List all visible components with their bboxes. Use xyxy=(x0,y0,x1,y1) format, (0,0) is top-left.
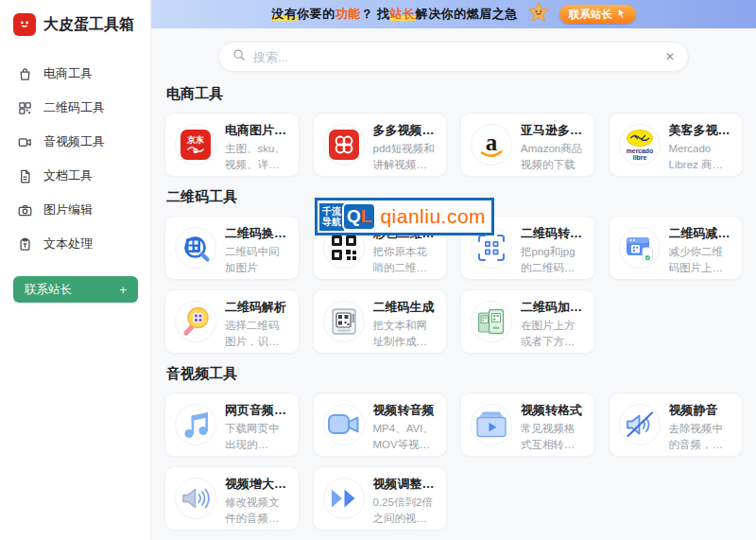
fast-forward-icon xyxy=(323,478,365,519)
banner-text-segment: 你要的 xyxy=(297,7,335,21)
tool-title: 亚马逊多视频... xyxy=(521,122,585,139)
tool-card[interactable]: 京东 电商图片视频... 主图、sku、视频、详情页图片... xyxy=(164,113,300,177)
qr-window-icon xyxy=(619,227,661,269)
tool-card[interactable]: a 亚马逊多视频... Amazon商品视频的下载 xyxy=(460,113,595,177)
tool-title: 视频增大音量 xyxy=(225,476,289,493)
tool-description: 修改视频文件的音频音量 xyxy=(225,495,289,528)
watermark-domain: qianliu.com xyxy=(380,205,486,228)
ql-logo-icon: QL xyxy=(342,202,376,231)
tool-description: 把你原本花哨的二维码图片变成黑... xyxy=(373,244,438,277)
tool-card[interactable]: 二维码生成 把文本和网址制作成二维码，可以... xyxy=(313,289,448,354)
contact-webmaster-button[interactable]: 联系站长 + xyxy=(13,276,138,303)
tool-card[interactable]: 视频增大音量 修改视频文件的音频音量 xyxy=(164,466,300,531)
sidebar-item-2[interactable]: 音视频工具 xyxy=(0,125,150,159)
tool-description: 0.25倍到2倍之间的视频速度增快... xyxy=(373,495,438,528)
svg-text:mercado: mercado xyxy=(626,148,652,154)
sidebar-item-5[interactable]: 文本处理 xyxy=(0,227,150,261)
tool-description: 在图片上方或者下方加文本 xyxy=(521,318,585,351)
qianliu-watermark[interactable]: 千流导航 QL qianliu.com xyxy=(315,198,494,235)
sidebar-item-label: 文本处理 xyxy=(43,235,93,253)
tool-card[interactable]: 视频静音 去除视频中的音频，仅保留画面 xyxy=(609,392,744,457)
tool-title: 视频静音 xyxy=(669,402,733,419)
star-icon xyxy=(527,1,550,27)
qr-magnifier-icon xyxy=(175,227,216,269)
tool-title: 二维码转svg... xyxy=(521,225,585,242)
sidebar-item-label: 电商工具 xyxy=(43,65,93,82)
cursor-hand-icon xyxy=(616,8,627,22)
pinduoduo-logo-icon xyxy=(323,124,365,165)
tool-title: 电商图片视频... xyxy=(225,122,289,139)
sidebar-item-0[interactable]: 电商工具 xyxy=(0,57,150,91)
tool-card[interactable]: 视频转格式 常见视频格式互相转换和调整帧率... xyxy=(460,392,595,457)
tool-card[interactable]: 网页音频文件... 下载网页中出现的mp3、wav、aa... xyxy=(164,392,300,457)
plus-icon: + xyxy=(119,283,127,297)
tool-description: 二维码中间加图片 xyxy=(225,244,289,277)
mercado-libre-logo-icon: mercadolibre xyxy=(619,124,661,165)
section-title: 音视频工具 xyxy=(166,365,743,383)
tool-title: 二维码换logo xyxy=(225,225,289,242)
tool-grid: 网页音频文件... 下载网页中出现的mp3、wav、aa... 视频转音频 MP… xyxy=(164,392,743,531)
sections: 电商工具 京东 电商图片视频... 主图、sku、视频、详情页图片... 多多视… xyxy=(164,85,743,531)
content-area: ✕ 电商工具 京东 电商图片视频... 主图、sku、视频、详情页图片... 多… xyxy=(151,28,756,540)
promo-banner: 没有你要的功能？ 找站长解决你的燃眉之急 联系站长 xyxy=(151,0,756,28)
tool-card[interactable]: 二维码换logo 二维码中间加图片 xyxy=(164,216,300,280)
clear-search-icon[interactable]: ✕ xyxy=(665,51,675,62)
tool-section: 电商工具 京东 电商图片视频... 主图、sku、视频、详情页图片... 多多视… xyxy=(164,85,743,177)
tool-title: 美客多视频下... xyxy=(669,122,733,139)
tool-grid: 京东 电商图片视频... 主图、sku、视频、详情页图片... 多多视频下载 p… xyxy=(164,113,743,177)
sidebar-item-label: 文档工具 xyxy=(43,167,93,184)
search-input[interactable] xyxy=(253,50,658,64)
qr-generator-icon xyxy=(323,301,365,342)
sidebar-item-label: 音视频工具 xyxy=(43,133,105,150)
amazon-logo-icon: a xyxy=(471,124,512,165)
bag-icon xyxy=(17,66,32,81)
tool-title: 二维码加标注... xyxy=(521,299,585,316)
tool-card[interactable]: 二维码解析 选择二维码图片，识别出所含结果 xyxy=(164,289,300,354)
tool-card[interactable]: 二维码减码点 减少你二维码图片上面的黑点数量 xyxy=(609,216,744,280)
tool-section: 音视频工具 网页音频文件... 下载网页中出现的mp3、wav、aa... 视频… xyxy=(164,365,743,531)
sidebar-item-label: 图片编辑 xyxy=(43,201,93,218)
promo-banner-text: 没有你要的功能？ 找站长解决你的燃眉之急 xyxy=(271,6,518,23)
tool-card[interactable]: 多多视频下载 pdd短视频和讲解视频保存 xyxy=(313,113,448,177)
tool-title: 二维码解析 xyxy=(225,299,289,316)
banner-text-segment: 没有 xyxy=(271,7,297,21)
tool-title: 网页音频文件... xyxy=(225,402,289,419)
sidebar-item-1[interactable]: 二维码工具 xyxy=(0,91,150,125)
tool-card[interactable]: 视频调整速度 0.25倍到2倍之间的视频速度增快... xyxy=(313,466,448,531)
document-icon xyxy=(17,168,32,183)
qr-grid-icon xyxy=(17,100,32,115)
search-bar: ✕ xyxy=(218,42,689,72)
sidebar-item-3[interactable]: 文档工具 xyxy=(0,159,150,193)
tool-description: MP4、AVI、MOV等视频转mp3、... xyxy=(373,421,438,454)
tool-title: 视频调整速度 xyxy=(373,476,438,493)
qr-phones-icon xyxy=(471,301,512,342)
banner-contact-label: 联系站长 xyxy=(569,8,612,22)
tool-description: 选择二维码图片，识别出所含结果 xyxy=(225,318,289,351)
jd-logo-icon: 京东 xyxy=(175,124,216,165)
smiley-logo-icon xyxy=(13,13,36,36)
tool-description: 常见视频格式互相转换和调整帧率... xyxy=(521,421,585,454)
main-area: 没有你要的功能？ 找站长解决你的燃眉之急 联系站长 ✕ 电商工具 京东 xyxy=(151,0,756,540)
app-logo[interactable]: 大皮蛋工具箱 xyxy=(0,11,150,47)
tool-card[interactable]: 视频转音频 MP4、AVI、MOV等视频转mp3、... xyxy=(313,392,448,457)
svg-text:京东: 京东 xyxy=(186,135,204,145)
banner-text-segment: 功能 xyxy=(335,7,361,21)
tool-title: 二维码减码点 xyxy=(669,225,733,242)
banner-contact-button[interactable]: 联系站长 xyxy=(559,5,636,24)
tool-card[interactable]: 二维码加标注... 在图片上方或者下方加文本 xyxy=(460,289,595,354)
tool-description: 把文本和网址制作成二维码，可以... xyxy=(373,318,438,351)
video-cam-icon xyxy=(17,134,32,149)
contact-webmaster-label: 联系站长 xyxy=(25,282,72,298)
sidebar-item-label: 二维码工具 xyxy=(43,99,105,116)
section-title: 电商工具 xyxy=(166,85,743,103)
tool-card[interactable]: mercadolibre 美客多视频下... Mercado Librez 商品… xyxy=(609,113,744,177)
banner-text-segment: ？ 找 xyxy=(361,7,390,21)
tool-description: Mercado Librez 商品视频下载保存 xyxy=(669,141,733,174)
tool-description: 下载网页中出现的mp3、wav、aa... xyxy=(225,421,289,454)
tool-title: 二维码生成 xyxy=(373,299,438,316)
video-camera-icon xyxy=(323,404,365,445)
video-folder-icon xyxy=(471,404,512,445)
camera-icon xyxy=(17,202,32,218)
sidebar-item-4[interactable]: 图片编辑 xyxy=(0,193,150,227)
tool-title: 多多视频下载 xyxy=(373,122,438,139)
